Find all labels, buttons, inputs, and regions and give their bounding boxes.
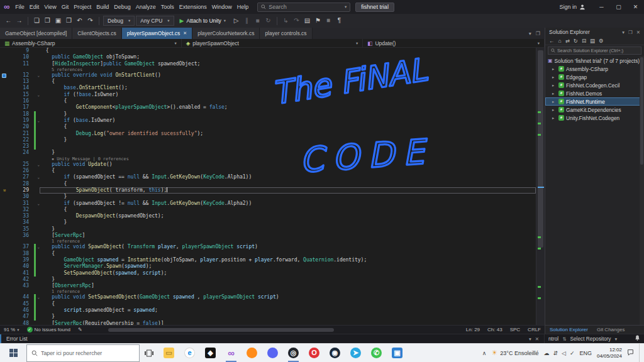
code-line[interactable]: 26 { (0, 168, 536, 174)
tab-player-controls-cs[interactable]: player controls.cs (260, 28, 312, 39)
code-line[interactable]: 18 } (0, 111, 536, 118)
character-indicator[interactable]: Ch: 43 (484, 327, 506, 332)
codelens-label[interactable]: 1 reference (0, 289, 536, 294)
code-line[interactable]: 31⌄ if (spawnedObject != null && Input.G… (0, 200, 536, 207)
taskbar-whatsapp-button[interactable]: ✆ (366, 344, 387, 362)
code-line[interactable]: 25⌄ public void Update() (0, 162, 536, 168)
panel-options-icon[interactable]: ▾ (622, 30, 625, 35)
editor-horizontal-scrollbar[interactable] (86, 326, 462, 334)
menu-item-project[interactable]: Project (71, 3, 94, 11)
code-line[interactable]: 30 } (0, 194, 536, 200)
taskbar-search-box[interactable] (26, 344, 140, 362)
expand-arrow-icon[interactable]: ▸ (552, 83, 557, 88)
code-line[interactable]: ⚒29 SpawnObject( transform, this); (0, 187, 536, 194)
properties-icon[interactable]: ⚙ (599, 38, 604, 44)
sign-in-button[interactable]: Sign in (552, 4, 593, 10)
save-icon[interactable]: ▣ (53, 14, 63, 27)
stop-icon[interactable]: ■ (253, 14, 262, 27)
code-line[interactable]: 36 [ServerRpc] (0, 233, 536, 239)
code-line[interactable]: 41 SetSpawnedObject(spawned, script); (0, 270, 536, 277)
language-indicator[interactable]: ENG (579, 350, 592, 356)
code-line[interactable]: 20 { (0, 124, 536, 130)
taskbar-photos-button[interactable]: ▣ (387, 344, 408, 362)
solution-root[interactable]: ▣Solution 'fishnet trial' (7 of 7 projec… (545, 57, 644, 65)
show-all-files-icon[interactable]: ▤ (590, 38, 595, 44)
zoom-control[interactable]: 91 % ▾ (0, 327, 23, 332)
start-button[interactable] (0, 344, 26, 362)
error-list-collapsed-tab[interactable]: Error List ▾ ✕ (0, 334, 545, 343)
document-dropdown-icon[interactable]: ▾ (529, 31, 531, 36)
code-line[interactable]: 40 ServerManager.Spawn(spawned); (0, 263, 536, 270)
solution-search-box[interactable] (548, 47, 641, 55)
task-list-icon[interactable]: ≡ (324, 14, 333, 27)
close-panel-icon[interactable]: ✕ (636, 30, 640, 35)
taskbar-unity-hub-button[interactable]: ◆ (200, 344, 221, 362)
menu-item-window[interactable]: Window (209, 3, 235, 11)
code-line[interactable]: 14 base.OnStartClient(); (0, 85, 536, 91)
menu-item-git[interactable]: Git (59, 3, 72, 11)
task-view-button[interactable] (140, 344, 158, 362)
menu-item-edit[interactable]: Edit (27, 3, 42, 11)
close-error-list-icon[interactable]: ✕ (535, 336, 539, 342)
taskbar-search-input[interactable] (41, 350, 135, 356)
code-line[interactable]: 46 script.spawnedObject = spawned; (0, 307, 536, 314)
code-line[interactable]: 48 [ServerRpc(RequireOwnership = false)] (0, 321, 536, 325)
redo-icon[interactable]: ↷ (86, 14, 95, 27)
close-tab-icon[interactable]: ✕ (183, 31, 187, 36)
collapse-all-icon[interactable]: ⊟ (582, 38, 586, 44)
float-group-icon[interactable]: ❐ (536, 31, 540, 36)
menu-item-build[interactable]: Build (94, 3, 111, 11)
code-line[interactable]: 13 { (0, 79, 536, 85)
taskbar-telegram-button[interactable]: ➤ (345, 344, 366, 362)
expand-arrow-icon[interactable]: ▸ (552, 75, 557, 80)
menu-item-extensions[interactable]: Extensions (177, 3, 209, 11)
expand-arrow-icon[interactable]: ▸ (552, 116, 557, 121)
breadcrumb-segment-update[interactable]: ◧Update()▾ (363, 39, 545, 47)
code-line[interactable]: 39 GameObject spawned = Instantiate(objT… (0, 257, 536, 263)
code-line[interactable]: 19⌄ if (base.IsOwner) (0, 118, 536, 124)
code-line[interactable]: 10 public GameObject objToSpawn; (0, 54, 536, 60)
notifications-bell-icon[interactable] (635, 335, 640, 343)
solution-item-fishnet-runtime[interactable]: ▸#FishNet.Runtime (545, 97, 644, 106)
code-line[interactable]: 17 GetComponent<playerSpawnObject>().ena… (0, 104, 536, 111)
new-file-icon[interactable]: ❏ (32, 14, 42, 27)
panel-tab-git-changes[interactable]: Git Changes (592, 327, 629, 332)
comment-icon[interactable]: ¶ (335, 14, 344, 27)
solution-explorer-header[interactable]: Solution Explorer ▾❐✕ (545, 28, 644, 36)
clock[interactable]: 12:02 04/05/2024 (597, 347, 622, 359)
taskbar-discord-button[interactable] (262, 344, 283, 362)
breadcrumb-segment-playerspawnobject[interactable]: ◈playerSpawnObject▾ (182, 39, 364, 47)
code-line[interactable]: 23 (0, 143, 536, 150)
codelens-label[interactable]: ▪ Unity Message | 0 references (0, 156, 536, 162)
quick-search-box[interactable]: Search ▾ (257, 3, 350, 12)
panel-tab-solution-explorer[interactable]: Solution Explorer (545, 327, 592, 332)
save-all-icon[interactable]: ❐ (64, 14, 74, 27)
menu-item-view[interactable]: View (42, 3, 58, 11)
panel-scrollbar[interactable] (640, 56, 644, 325)
code-line[interactable]: 27⌄ if (spawnedObject == null && Input.G… (0, 174, 536, 180)
editor-vertical-scrollbar[interactable] (536, 48, 545, 325)
open-file-icon[interactable]: ❒ (43, 14, 52, 27)
error-list-options-icon[interactable]: ▾ (529, 336, 531, 342)
solution-item-edgegap[interactable]: ▸#Edgegap (545, 73, 644, 81)
code-editor[interactable]: 9 {10 public GameObject objToSpawn;11 [H… (0, 48, 545, 325)
code-line[interactable]: 33 DespawnObject(spawnedObject); (0, 213, 536, 219)
navigate-back-icon[interactable]: ← (4, 14, 13, 27)
start-without-debugging-icon[interactable]: ▷ (231, 14, 241, 27)
code-line[interactable]: 45 { (0, 301, 536, 307)
home-icon[interactable]: ⌂ (558, 38, 562, 44)
taskbar-firefox-button[interactable] (242, 344, 262, 362)
menu-item-help[interactable]: Help (235, 3, 252, 11)
code-line[interactable]: 43 [ObserversRpc] (0, 283, 536, 289)
tab-clientobjects-cs[interactable]: ClientObjects.cs (72, 28, 121, 39)
spaces-indicator[interactable]: SPC (506, 327, 524, 332)
line-indicator[interactable]: Ln: 29 (462, 327, 484, 332)
code-line[interactable]: 34 } (0, 219, 536, 226)
code-line[interactable]: 28 { (0, 181, 536, 187)
scrollbar-thumb[interactable] (538, 50, 543, 247)
codelens-label[interactable]: 1 reference (0, 239, 536, 244)
break-all-icon[interactable]: ∥ (242, 14, 252, 27)
switch-views-icon[interactable]: ⇄ (565, 38, 570, 44)
expand-arrow-icon[interactable]: ▸ (552, 107, 557, 112)
expand-arrow-icon[interactable]: ▸ (552, 99, 557, 104)
